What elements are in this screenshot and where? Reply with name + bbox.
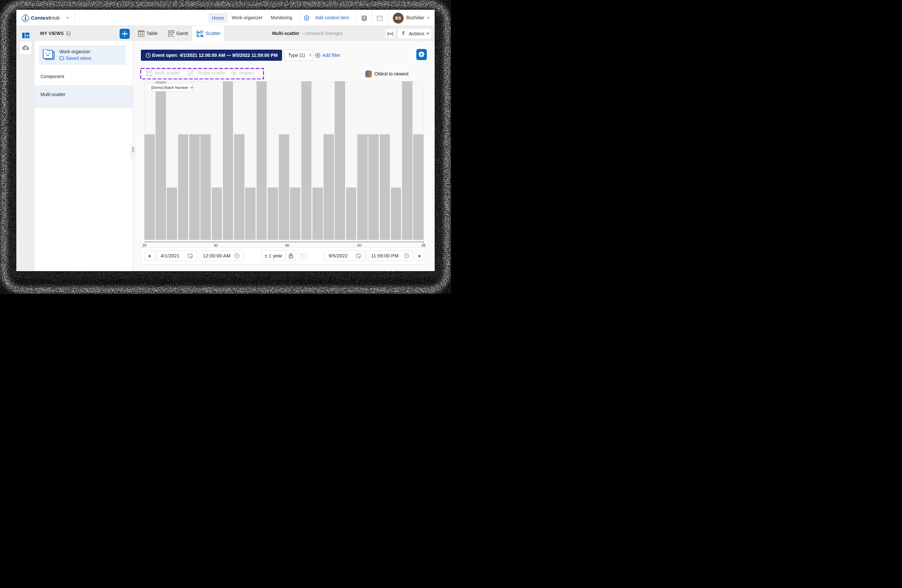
svg-text:?: ?: [363, 16, 365, 20]
